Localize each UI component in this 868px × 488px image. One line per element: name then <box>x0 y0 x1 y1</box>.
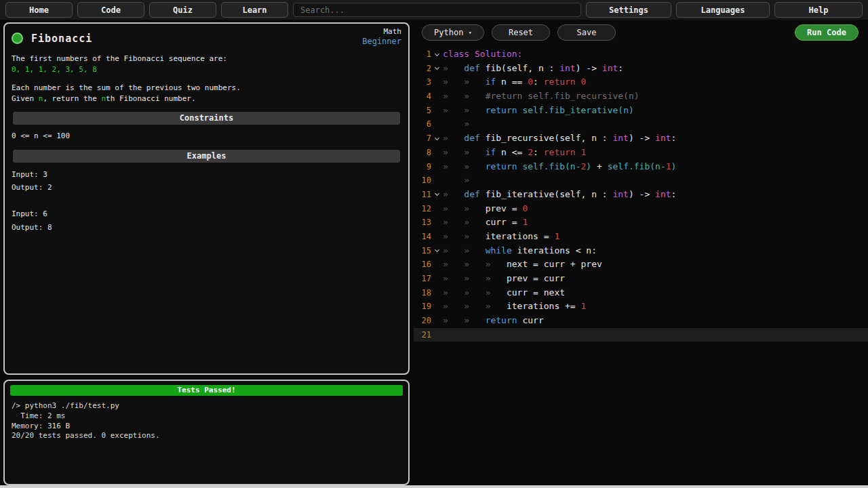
code-token: ) -> <box>629 189 655 199</box>
code-line-3[interactable]: 3» » if n == 0: return 0 <box>414 75 868 89</box>
code-text: » » return self.fib(n-2) + self.fib(n-1) <box>443 160 676 174</box>
constraint-item: 0 <= n <= 100 <box>12 131 401 142</box>
line-number: 12 <box>414 202 431 216</box>
fold-toggle[interactable] <box>431 131 443 146</box>
code-line-8[interactable]: 8» » if n <= 2: return 1 <box>414 146 868 160</box>
chevron-down-icon <box>435 191 439 196</box>
code-text: » » return curr <box>443 314 544 328</box>
code-token: ) -> <box>576 63 602 73</box>
code-text: » » iterations = 1 <box>443 230 559 244</box>
fold-spacer <box>431 89 443 104</box>
line-number: 6 <box>414 117 431 131</box>
code-token: » <box>443 217 464 227</box>
line-number: 19 <box>414 300 431 314</box>
code-token: curr <box>522 315 543 325</box>
line-number: 7 <box>414 131 431 146</box>
code-text: » <box>443 117 469 131</box>
code-text: » def fib(self, n : int) -> int: <box>443 62 623 76</box>
code-line-13[interactable]: 13» » curr = 1 <box>414 216 868 230</box>
code-line-17[interactable]: 17» » » prev = curr <box>414 272 868 286</box>
code-line-10[interactable]: 10 » <box>414 174 868 188</box>
nav-tab-quiz[interactable]: Quiz <box>149 2 216 18</box>
code-token: » <box>443 273 464 283</box>
code-token: prev = curr <box>507 273 565 283</box>
run-code-button[interactable]: Run Code <box>795 24 859 41</box>
code-token: » <box>443 287 464 298</box>
code-token: » <box>486 287 507 298</box>
code-token: » <box>464 105 485 115</box>
code-token: int <box>655 133 671 143</box>
fold-toggle[interactable] <box>431 188 443 202</box>
code-token: 1 <box>581 301 587 311</box>
code-token: » <box>443 259 464 269</box>
code-line-6[interactable]: 6 » <box>414 117 868 131</box>
nav-tab-settings[interactable]: Settings <box>586 2 671 18</box>
code-text: » » while iterations < n: <box>443 244 597 258</box>
code-token: iterations += <box>507 301 581 311</box>
reset-button[interactable]: Reset <box>492 24 550 41</box>
code-token: fib_iterative(self, n : <box>486 189 613 199</box>
code-token: curr = next <box>507 287 565 298</box>
code-token: return <box>486 315 523 325</box>
nav-tab-home[interactable]: Home <box>5 2 73 18</box>
chevron-down-icon <box>435 65 439 70</box>
fold-spacer <box>431 160 443 174</box>
code-line-14[interactable]: 14» » iterations = 1 <box>414 230 868 244</box>
line-number: 3 <box>414 75 431 89</box>
code-token: return <box>486 161 523 171</box>
code-line-12[interactable]: 12» » prev = 0 <box>414 202 868 216</box>
examples-list: Input: 3Output: 2Input: 6Output: 8 <box>12 168 401 235</box>
code-line-11[interactable]: 11» def fib_iterative(self, n : int) -> … <box>414 188 868 202</box>
description-line: Each number is the sum of the previous t… <box>12 83 401 94</box>
code-line-7[interactable]: 7» def fib_recursive(self, n : int) -> i… <box>414 131 868 146</box>
nav-tab-languages[interactable]: Languages <box>676 2 770 18</box>
code-token: #return self.fib_recursive(n) <box>486 91 639 101</box>
fold-toggle[interactable] <box>431 47 443 62</box>
code-token: » <box>486 259 507 269</box>
search-input[interactable] <box>293 3 581 17</box>
language-select[interactable]: Python ▾ <box>422 24 484 41</box>
code-line-15[interactable]: 15» » while iterations < n: <box>414 244 868 258</box>
code-token: : <box>533 147 544 157</box>
code-line-2[interactable]: 2» def fib(self, n : int) -> int: <box>414 62 868 76</box>
code-token: » <box>464 287 485 298</box>
code-line-19[interactable]: 19» » » iterations += 1 <box>414 300 868 314</box>
fold-spacer <box>431 216 443 230</box>
code-token: : <box>533 77 544 87</box>
nav-tab-help[interactable]: Help <box>774 2 863 18</box>
nav-tab-code[interactable]: Code <box>77 2 144 18</box>
fold-toggle[interactable] <box>431 62 443 76</box>
fold-spacer <box>431 75 443 89</box>
code-token: » <box>443 161 464 171</box>
code-text: class Solution: <box>443 47 522 62</box>
fold-spacer <box>431 328 443 342</box>
save-button[interactable]: Save <box>557 24 616 41</box>
example-line: Output: 8 <box>12 221 401 235</box>
code-token: self.fib(n- <box>522 161 580 171</box>
code-line-1[interactable]: 1class Solution: <box>414 47 868 62</box>
test-output-line: Time: 2 ms <box>12 411 401 422</box>
nav-tab-learn[interactable]: Learn <box>221 2 288 18</box>
code-line-21[interactable]: 21 <box>414 328 868 342</box>
code-line-5[interactable]: 5» » return self.fib_iterative(n) <box>414 104 868 118</box>
description-segment: The first numbers of the Fibonacci seque… <box>12 54 227 63</box>
code-line-18[interactable]: 18» » » curr = next <box>414 286 868 300</box>
code-line-9[interactable]: 9» » return self.fib(n-2) + self.fib(n-1… <box>414 160 868 174</box>
fold-toggle[interactable] <box>431 244 443 258</box>
code-line-20[interactable]: 20» » return curr <box>414 314 868 328</box>
fold-spacer <box>431 146 443 160</box>
code-token: » <box>443 315 464 325</box>
code-token: n == <box>501 77 528 87</box>
problem-category: Math <box>362 27 401 37</box>
description-segment: 0, 1, 1, 2, 3, 5, 8 <box>12 65 97 74</box>
code-token: » <box>464 259 485 269</box>
code-token: iterations = <box>486 231 555 241</box>
code-line-4[interactable]: 4» » #return self.fib_recursive(n) <box>414 89 868 104</box>
code-editor-panel: Python ▾ Reset Save Run Code 1class Solu… <box>414 22 868 484</box>
line-number: 13 <box>414 216 431 230</box>
code-line-16[interactable]: 16» » » next = curr + prev <box>414 258 868 272</box>
code-area[interactable]: 1class Solution:2» def fib(self, n : int… <box>414 47 868 342</box>
editor-toolbar: Python ▾ Reset Save Run Code <box>414 22 868 41</box>
code-token: » <box>464 273 485 283</box>
example-line <box>12 195 401 208</box>
